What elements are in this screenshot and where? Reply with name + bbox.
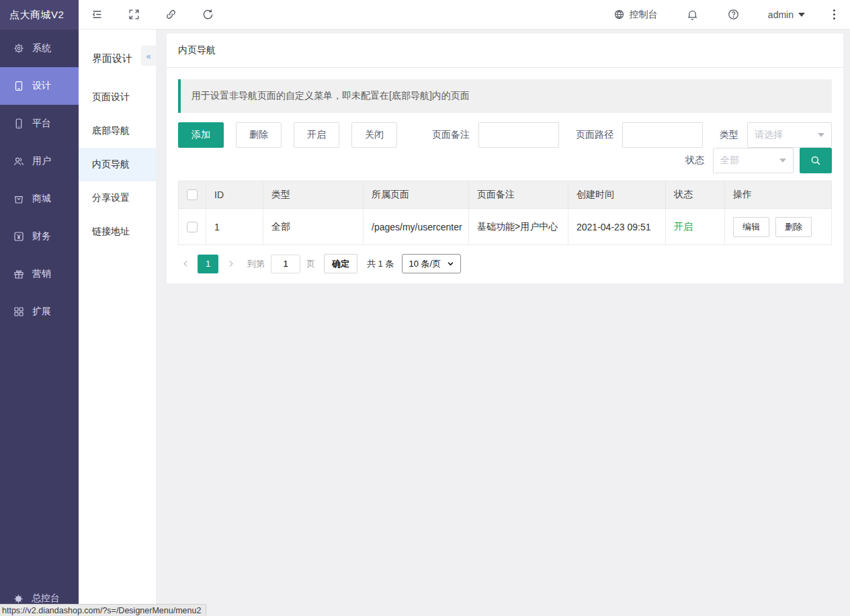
sidebar-item-finance[interactable]: 财务 [0,218,79,255]
filter-area: 页面备注 页面路径 类型 请选择 状态 全部 [415,122,832,173]
gear-icon [13,42,25,54]
sidebar-item-system[interactable]: 系统 [0,30,79,67]
page-size-value: 10 条/页 [409,258,441,270]
col-header-page: 所属页面 [364,181,469,209]
menu-fold-icon[interactable] [79,0,116,30]
sidebar-item-mall[interactable]: 商城 [0,180,79,218]
submenu-item-page-design[interactable]: 页面设计 [79,81,156,114]
data-table: ID 类型 所属页面 页面备注 创建时间 状态 操作 1 全部 /pages/ [178,181,832,245]
col-header-status: 状态 [666,181,725,209]
sidebar-item-label: 商城 [32,193,51,205]
type-select-value: 请选择 [755,129,783,141]
sidebar-item-marketing[interactable]: 营销 [0,255,79,293]
notification-bell-icon[interactable] [686,8,699,21]
finance-yuan-icon [13,230,25,243]
fullscreen-icon[interactable] [116,0,153,30]
main-content: 内页导航 用于设置非导航页面的自定义菜单，即未配置在[底部导航]内的页面 添加 … [156,30,850,616]
gear-solid-icon [13,593,24,605]
collapse-sidebar-button[interactable]: « [141,46,156,66]
prev-page-icon[interactable] [178,255,193,273]
tablet-icon [13,80,25,92]
col-header-actions: 操作 [725,181,832,209]
submenu-list: 页面设计 底部导航 内页导航 分享设置 链接地址 [79,81,156,249]
cell-created: 2021-04-23 09:51 [568,209,666,245]
page-title: 内页导航 [167,34,843,68]
path-input[interactable] [622,122,703,148]
disable-button[interactable]: 关闭 [351,122,397,148]
submenu-item-inner-nav[interactable]: 内页导航 [79,148,156,181]
toolbar: 添加 删除 开启 关闭 页面备注 页面路径 类型 请选择 [178,122,832,173]
primary-sidebar: 点大商城V2 系统 设计 平台 用户 商城 财务 [0,0,79,616]
chevron-down-icon [818,133,824,137]
shop-bag-icon [13,193,25,205]
sidebar-item-label: 系统 [32,42,51,54]
search-icon [810,155,822,167]
sidebar-item-platform[interactable]: 平台 [0,105,79,142]
sidebar-item-extension[interactable]: 扩展 [0,293,79,331]
row-checkbox[interactable] [187,222,198,232]
username: admin [768,9,794,20]
user-menu[interactable]: admin [768,9,805,20]
console-label: 控制台 [630,9,658,21]
col-header-id: ID [206,181,263,209]
pagination: 1 到第 页 确定 共 1 条 10 条/页 [178,254,832,283]
col-header-type: 类型 [263,181,364,209]
globe-icon [613,9,625,20]
help-icon[interactable] [727,8,740,21]
cell-id: 1 [206,209,263,245]
sidebar-item-design[interactable]: 设计 [0,67,79,105]
sidebar-item-label: 用户 [32,155,51,167]
status-url-text: https://v2.diandashop.com/?s=/DesignerMe… [2,606,201,615]
col-header-remark: 页面备注 [469,181,568,209]
submenu-item-link-address[interactable]: 链接地址 [79,215,156,249]
refresh-icon[interactable] [189,0,226,30]
goto-confirm-button[interactable]: 确定 [324,254,357,273]
more-options-icon[interactable] [829,7,839,22]
status-select[interactable]: 全部 [713,148,794,173]
secondary-sidebar: 界面设计 « 页面设计 底部导航 内页导航 分享设置 链接地址 [79,30,156,616]
notice-banner: 用于设置非导航页面的自定义菜单，即未配置在[底部导航]内的页面 [178,79,832,113]
delete-button[interactable]: 删除 [236,122,282,148]
enable-button[interactable]: 开启 [294,122,339,148]
goto-page-input[interactable] [271,255,300,273]
filter-row-1: 页面备注 页面路径 类型 请选择 [415,122,832,148]
submenu-item-bottom-nav[interactable]: 底部导航 [79,114,156,148]
total-count-label: 共 1 条 [367,258,394,270]
table-row: 1 全部 /pages/my/usercenter 基础功能>用户中心 2021… [179,209,832,245]
topbar-right: 控制台 admin [613,7,850,22]
sidebar-item-label: 财务 [32,230,51,243]
gift-icon [13,268,25,280]
status-url-bubble: https://v2.diandashop.com/?s=/DesignerMe… [0,604,206,616]
search-button[interactable] [800,148,832,173]
filter-row-2: 状态 全部 [669,148,832,173]
content-panel: 内页导航 用于设置非导航页面的自定义菜单，即未配置在[底部导航]内的页面 添加 … [167,34,843,283]
app-logo: 点大商城V2 [0,0,79,30]
path-label: 页面路径 [576,129,613,141]
cell-remark: 基础功能>用户中心 [469,209,568,245]
select-all-checkbox[interactable] [187,189,198,200]
row-delete-button[interactable]: 删除 [775,217,812,237]
type-select[interactable]: 请选择 [747,122,832,148]
table-header-row: ID 类型 所属页面 页面备注 创建时间 状态 操作 [179,181,832,209]
edit-button[interactable]: 编辑 [733,217,769,237]
add-button[interactable]: 添加 [178,122,224,148]
remark-input[interactable] [478,122,559,148]
sidebar-footer-label: 总控台 [32,592,60,605]
sidebar-item-label: 扩展 [32,306,51,318]
next-page-icon[interactable] [223,255,238,273]
sidebar-item-label: 平台 [32,118,51,130]
row-actions: 编辑 删除 [733,217,823,237]
link-icon[interactable] [153,0,189,30]
grid-icon [13,306,25,318]
col-header-created: 创建时间 [568,181,666,209]
status-badge: 开启 [666,209,725,245]
submenu-item-share-settings[interactable]: 分享设置 [79,181,156,215]
page-number-current[interactable]: 1 [198,255,218,273]
console-link[interactable]: 控制台 [613,9,658,21]
goto-prefix-label: 到第 [247,258,265,270]
page-size-select[interactable]: 10 条/页 [402,254,461,273]
sidebar-item-label: 设计 [32,80,51,92]
users-icon [13,155,25,167]
status-label: 状态 [685,155,704,167]
sidebar-item-users[interactable]: 用户 [0,142,79,180]
